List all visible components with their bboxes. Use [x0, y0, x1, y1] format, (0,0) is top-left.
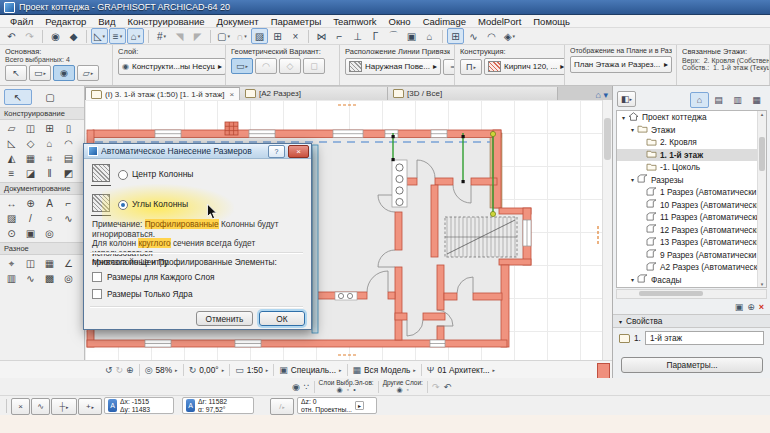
- project-map-icon[interactable]: ⌂: [690, 92, 709, 108]
- annotation-icon[interactable]: ∿: [465, 28, 482, 44]
- dimension-tool[interactable]: ↔: [2, 196, 21, 211]
- fillet-icon[interactable]: ⌒: [385, 28, 402, 44]
- mesh-tool[interactable]: ▦: [21, 151, 40, 166]
- model-check-icon[interactable]: ◈▾: [501, 28, 518, 44]
- scale-control[interactable]: ▭ 1:50▸: [230, 365, 273, 375]
- railing-tool[interactable]: ‖: [40, 166, 59, 181]
- tree-expander-icon[interactable]: ▾: [629, 176, 636, 183]
- morph-tool[interactable]: ◭: [2, 151, 21, 166]
- delete-guide-button[interactable]: ×: [11, 398, 30, 415]
- relative-next-icon[interactable]: ▸: [355, 401, 364, 410]
- stretch-icon[interactable]: ▣: [403, 28, 420, 44]
- auto-dimension-icon[interactable]: ▨: [251, 28, 268, 44]
- next-zoom-icon[interactable]: ↻: [116, 365, 124, 375]
- refline-combo[interactable]: Наружная Пове...▸: [345, 58, 441, 75]
- section-tool[interactable]: ⌖: [2, 256, 21, 271]
- tree-horizontal-scrollbar[interactable]: [616, 289, 767, 299]
- radio-column-corners[interactable]: [118, 200, 128, 210]
- tab-3[interactable]: [3D / Все]: [388, 87, 558, 100]
- origin-coord-button[interactable]: ┼▸: [51, 398, 77, 415]
- column-tool[interactable]: ▯: [59, 121, 78, 136]
- tree-item-11[interactable]: 13 Разрез (Автоматически Перестр.: [617, 236, 766, 249]
- arrow-tool[interactable]: ↖: [4, 89, 32, 105]
- tree-expander-icon[interactable]: ▾: [620, 114, 627, 121]
- layer-combination-control[interactable]: Ψ 01 Архитект...▸: [422, 365, 500, 375]
- opening-tool[interactable]: ◩: [59, 166, 78, 181]
- menu-item-8[interactable]: Окно: [383, 16, 417, 27]
- menu-item-5[interactable]: Документ: [210, 16, 264, 27]
- eyedropper-pickup-icon[interactable]: ◉: [47, 28, 64, 44]
- marquee-tool[interactable]: ▢: [36, 89, 64, 105]
- radio-column-center[interactable]: [118, 170, 128, 180]
- checkbox-core[interactable]: [92, 289, 102, 299]
- partial-structure-control[interactable]: ▦ Вся Модель▸: [348, 365, 421, 375]
- layer-combo[interactable]: ◉Конструкти...ны Несущие▸: [118, 58, 226, 75]
- dialog-title-bar[interactable]: Автоматическое Нанесение Размеров ? ×: [84, 144, 311, 159]
- text-tool[interactable]: A: [40, 196, 59, 211]
- tree-expander-icon[interactable]: ▾: [629, 276, 636, 283]
- dialog-help-button[interactable]: ?: [268, 145, 285, 158]
- marquee-mode-icon[interactable]: ▢▾: [215, 28, 232, 44]
- tree-item-1[interactable]: ▾Проект коттеджа: [617, 111, 766, 124]
- slab-tool[interactable]: ◇: [21, 136, 40, 151]
- tree-item-4[interactable]: 1. 1-й этаж: [617, 149, 766, 162]
- snap-points-icon[interactable]: ⌂▾: [127, 28, 144, 44]
- cancel-button[interactable]: Отменить: [196, 311, 253, 326]
- tree-item-12[interactable]: 9 Разрез (Автоматически Перестра: [617, 249, 766, 262]
- split-icon[interactable]: ⋈: [313, 28, 330, 44]
- tree-item-13[interactable]: A2 Разрез (Автоматически Перестр.: [617, 261, 766, 274]
- roof-accessories-icon[interactable]: ⌂: [421, 28, 438, 44]
- tree-item-8[interactable]: 10 Разрез (Автоматически Перестр.: [617, 199, 766, 212]
- favorites-icon[interactable]: ▭▸: [29, 65, 51, 81]
- menu-item-7[interactable]: Teamwork: [327, 16, 382, 27]
- menu-item-1[interactable]: Файл: [4, 16, 39, 27]
- snap-guides-icon[interactable]: ≡▾: [109, 28, 126, 44]
- auto-dimensioning-icon[interactable]: ⊞: [447, 28, 464, 44]
- lock-other-layers-icon[interactable]: ◦: [407, 386, 409, 394]
- gravity-z-button[interactable]: /▸: [270, 398, 294, 415]
- canvas-vertical-scrollbar[interactable]: [602, 100, 612, 360]
- story-name-field[interactable]: 1-й этаж: [645, 331, 764, 345]
- new-viewpoint-icon[interactable]: ⊕: [747, 302, 755, 312]
- polygon-wall-icon[interactable]: ◻: [303, 58, 325, 74]
- flip-refline-button[interactable]: ⇒: [443, 59, 455, 75]
- radial-dimension-tool[interactable]: ⊕: [21, 196, 40, 211]
- polyline-coord-button[interactable]: ∿: [31, 398, 50, 415]
- unlock-selected-layer-icon[interactable]: •: [353, 386, 355, 394]
- tree-item-2[interactable]: ▾Этажи: [617, 124, 766, 137]
- grid-snap-icon[interactable]: #▾: [153, 28, 170, 44]
- redo-icon[interactable]: ↷: [21, 28, 38, 44]
- hide-selected-layer-icon[interactable]: ◉: [337, 386, 343, 394]
- checkbox-layers[interactable]: [92, 272, 102, 282]
- fill-tool[interactable]: ▨: [2, 211, 21, 226]
- dialog-close-button[interactable]: ×: [288, 145, 309, 158]
- tree-vertical-scrollbar[interactable]: ▴▾: [757, 111, 766, 287]
- title-bar[interactable]: Проект коттеджа - GRAPHISOFT ARCHICAD-64…: [0, 0, 770, 15]
- curved-wall-icon[interactable]: ◠: [255, 58, 277, 74]
- orientation-control[interactable]: ↻ 0,00°▸: [184, 365, 230, 375]
- wall-tool[interactable]: ▱: [2, 121, 21, 136]
- trapezoid-wall-icon[interactable]: ◇: [279, 58, 301, 74]
- navigator-chooser-button[interactable]: ◧▸: [617, 91, 636, 107]
- building-material-combo[interactable]: Кирпич 120, ...▸: [484, 58, 565, 75]
- layout-book-icon[interactable]: ▥: [728, 92, 747, 108]
- hide-other-layers-icon[interactable]: ◉: [396, 386, 402, 394]
- lock-selected-layer-icon[interactable]: ◦: [347, 386, 349, 394]
- detail-tool[interactable]: ∠: [59, 256, 78, 271]
- structure-type-button[interactable]: Π▸: [460, 59, 482, 75]
- roof-tool[interactable]: ⌂: [40, 136, 59, 151]
- pen-set-control[interactable]: ▣ Специаль...▸: [274, 365, 346, 375]
- camera-tool[interactable]: ◎: [40, 226, 59, 241]
- tree-item-14[interactable]: ▾Фасады: [617, 274, 766, 287]
- object-tool[interactable]: ◪: [21, 166, 40, 181]
- syringe-inject-icon[interactable]: ◆: [65, 28, 82, 44]
- fit-in-window-icon[interactable]: ◎: [145, 365, 153, 375]
- beam-tool[interactable]: ◺: [2, 136, 21, 151]
- revision-cloud-icon[interactable]: ◠: [483, 28, 500, 44]
- undo-icon[interactable]: ↶: [3, 28, 20, 44]
- stair-tool[interactable]: ≡: [2, 166, 21, 181]
- lock-icon[interactable]: ∩▾: [233, 28, 250, 44]
- display-combo[interactable]: План Этажа и Разрез...▸: [570, 56, 672, 73]
- menu-item-6[interactable]: Параметры: [265, 16, 328, 27]
- selection-mode-icon[interactable]: ◉: [53, 65, 75, 81]
